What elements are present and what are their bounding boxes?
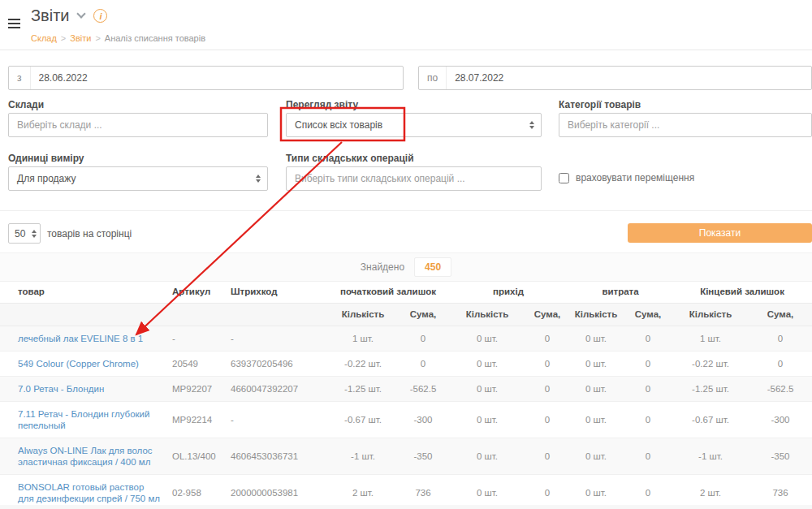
- barcode-cell: -: [226, 326, 328, 352]
- value-cell: -1 шт.: [672, 438, 749, 475]
- subheader-quantity: Кількість: [448, 304, 526, 326]
- value-cell: 0: [624, 475, 672, 509]
- value-cell: 0 шт.: [568, 438, 624, 475]
- chevron-down-icon[interactable]: [77, 9, 86, 18]
- value-cell: 0: [749, 352, 812, 377]
- subheader-sum: Сума,: [398, 304, 448, 326]
- value-cell: 0 шт.: [568, 352, 624, 377]
- sku-cell: MP92207: [167, 377, 226, 402]
- value-cell: -0.22 шт.: [328, 352, 398, 377]
- column-header-barcode: Штрихкод: [226, 281, 328, 304]
- value-cell: 0: [526, 475, 568, 509]
- date-to-prefix: по: [419, 67, 447, 89]
- product-link[interactable]: Always ON-LINE Лак для волос эластичная …: [18, 446, 153, 467]
- report-table-body: лечебный лак EVELINE 8 в 1--1 шт.00 шт.0…: [0, 326, 812, 509]
- product-link[interactable]: 7.0 Ретач - Блондин: [18, 384, 104, 394]
- value-cell: 0 шт.: [568, 377, 624, 402]
- product-link[interactable]: лечебный лак EVELINE 8 в 1: [18, 334, 143, 343]
- date-to-input[interactable]: [447, 72, 811, 84]
- operation-types-field[interactable]: [286, 166, 542, 191]
- value-cell: 0: [526, 377, 568, 402]
- date-to-field[interactable]: по: [418, 66, 812, 90]
- per-page-value: 50: [15, 228, 25, 239]
- value-cell: -562.5: [398, 377, 448, 402]
- value-cell: 2 шт.: [328, 475, 398, 509]
- subheader-quantity: Кількість: [568, 304, 624, 326]
- product-cell: 549 Colour (Copper Chrome): [0, 352, 167, 377]
- value-cell: 0 шт.: [448, 475, 526, 509]
- value-cell: -350: [749, 438, 812, 475]
- value-cell: 0: [398, 352, 448, 377]
- table-sub-header-row: Кількість Сума, Кількість Сума, Кількіст…: [0, 304, 812, 326]
- subheader-empty-cell: [226, 304, 328, 326]
- value-cell: 2 шт.: [672, 475, 749, 509]
- page-bottom-divider: [0, 505, 812, 509]
- report-table: товар Артикул Штрихкод початковий залишо…: [0, 281, 812, 509]
- operation-types-input[interactable]: [287, 173, 541, 184]
- column-header-expense: витрата: [568, 281, 672, 304]
- value-cell: 0: [624, 377, 672, 402]
- warehouses-field[interactable]: [8, 113, 268, 137]
- barcode-cell: 4606453036731: [226, 438, 328, 475]
- subheader-sum: Сума,: [526, 304, 568, 326]
- breadcrumb-separator: >: [61, 33, 66, 43]
- report-view-selected-value: Список всіх товарів: [295, 119, 382, 131]
- date-from-input[interactable]: [31, 72, 403, 84]
- categories-input[interactable]: [559, 119, 811, 131]
- info-icon[interactable]: i: [93, 9, 107, 23]
- column-header-initial-balance: початковий залишок: [328, 281, 448, 304]
- subheader-quantity: Кількість: [328, 304, 398, 326]
- value-cell: 0: [526, 438, 568, 475]
- table-row: 7.11 Ретач - Блондин глубокий пепельныйM…: [0, 402, 812, 438]
- breadcrumb-link-reports[interactable]: Звіти: [70, 33, 91, 43]
- value-cell: -0.67 шт.: [672, 402, 749, 438]
- report-view-label: Перегляд звіту: [286, 99, 358, 110]
- units-label: Одиниці виміру: [8, 153, 84, 164]
- product-link[interactable]: 549 Colour (Copper Chrome): [18, 359, 139, 369]
- value-cell: 0: [398, 326, 448, 352]
- product-cell: Always ON-LINE Лак для волос эластичная …: [0, 438, 167, 475]
- subheader-quantity: Кількість: [672, 304, 749, 326]
- per-page-select[interactable]: 50: [8, 223, 41, 244]
- value-cell: 0 шт.: [568, 402, 624, 438]
- warehouses-input[interactable]: [9, 119, 267, 131]
- section-divider: [0, 210, 812, 211]
- include-transfers-checkbox[interactable]: [559, 173, 569, 183]
- product-link[interactable]: 7.11 Ретач - Блондин глубокий пепельный: [18, 409, 149, 430]
- title-row: Звіти i: [31, 6, 107, 25]
- menu-icon[interactable]: [8, 19, 20, 28]
- value-cell: -300: [398, 402, 448, 438]
- table-row: лечебный лак EVELINE 8 в 1--1 шт.00 шт.0…: [0, 326, 812, 352]
- breadcrumb-current: Аналіз списання товарів: [105, 33, 205, 43]
- units-select[interactable]: Для продажу: [8, 166, 268, 191]
- top-bar: Звіти i Склад>Звіти>Аналіз списання това…: [0, 0, 812, 50]
- date-from-field[interactable]: з: [8, 66, 404, 90]
- value-cell: 0 шт.: [568, 475, 624, 509]
- barcode-cell: -: [226, 402, 328, 438]
- value-cell: -300: [749, 402, 812, 438]
- breadcrumb-link-warehouse[interactable]: Склад: [31, 33, 57, 43]
- column-header-income: прихід: [448, 281, 568, 304]
- column-header-final-balance: Кінцевий залишок: [672, 281, 812, 304]
- per-page-label: товарів на сторінці: [47, 228, 132, 239]
- product-cell: 7.11 Ретач - Блондин глубокий пепельный: [0, 402, 167, 438]
- subheader-sum: Сума,: [624, 304, 672, 326]
- product-link[interactable]: BONSOLAR готовый раствор для дезинфекции…: [18, 482, 160, 503]
- show-button[interactable]: Показати: [628, 223, 812, 243]
- barcode-cell: 639370205496: [226, 352, 328, 377]
- breadcrumb: Склад>Звіти>Аналіз списання товарів: [31, 33, 205, 43]
- value-cell: -350: [398, 438, 448, 475]
- breadcrumb-separator: >: [95, 33, 100, 43]
- subheader-empty-cell: [0, 304, 167, 326]
- categories-field[interactable]: [559, 113, 812, 137]
- include-transfers-label[interactable]: враховувати переміщення: [576, 172, 694, 183]
- value-cell: 0 шт.: [448, 402, 526, 438]
- table-row: 549 Colour (Copper Chrome)20549639370205…: [0, 352, 812, 377]
- table-row: BONSOLAR готовый раствор для дезинфекции…: [0, 475, 812, 509]
- sku-cell: -: [167, 326, 226, 352]
- sku-cell: 02-958: [167, 475, 226, 509]
- value-cell: -0.22 шт.: [672, 352, 749, 377]
- value-cell: 0: [624, 438, 672, 475]
- report-view-select[interactable]: Список всіх товарів: [286, 113, 542, 137]
- product-cell: 7.0 Ретач - Блондин: [0, 377, 167, 402]
